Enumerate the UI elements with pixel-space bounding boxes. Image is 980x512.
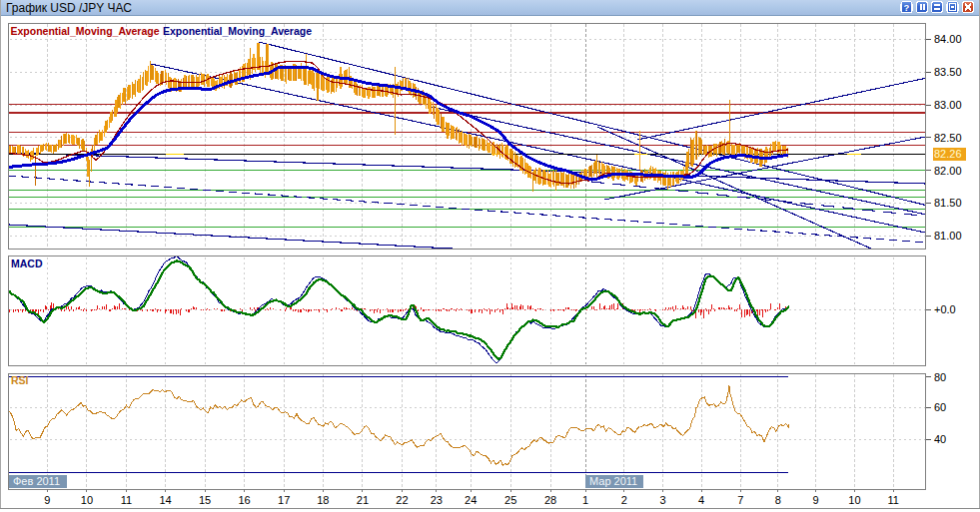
svg-text:Мар 2011: Мар 2011 [589,475,637,487]
svg-text:7: 7 [737,494,743,506]
svg-text:Фев 2011: Фев 2011 [13,475,60,487]
svg-text:График USD /JPY ЧАС: График USD /JPY ЧАС [6,1,132,15]
svg-text:82.00: 82.00 [934,165,962,177]
svg-text:24: 24 [465,494,477,506]
svg-text:?: ? [904,2,910,13]
svg-text:17: 17 [278,494,290,506]
svg-text:83.50: 83.50 [934,66,962,78]
svg-text:9: 9 [813,494,819,506]
svg-text:3: 3 [659,494,665,506]
svg-text:60: 60 [934,401,946,413]
svg-text:2: 2 [621,494,627,506]
svg-text:14: 14 [159,494,171,506]
svg-text:Exponential_Moving_Average: Exponential_Moving_Average [163,25,312,37]
svg-text:Exponential_Moving_Average: Exponential_Moving_Average [11,25,160,37]
svg-text:15: 15 [199,494,211,506]
svg-text:4: 4 [698,494,704,506]
svg-text:81.00: 81.00 [934,230,962,242]
svg-text:+0.0: +0.0 [934,303,956,315]
svg-text:82.26: 82.26 [934,148,962,160]
svg-text:10: 10 [848,494,860,506]
svg-text:MACD: MACD [11,257,43,269]
svg-text:9: 9 [44,494,50,506]
svg-text:RSI: RSI [11,374,29,386]
svg-text:8: 8 [775,494,781,506]
svg-text:82.50: 82.50 [934,132,962,144]
svg-text:23: 23 [431,494,443,506]
svg-text:11: 11 [887,494,898,506]
svg-text:18: 18 [317,494,329,506]
svg-text:16: 16 [238,494,250,506]
svg-text:22: 22 [396,494,408,506]
svg-text:83.00: 83.00 [934,99,962,111]
svg-text:80: 80 [934,371,946,383]
svg-text:11: 11 [121,494,132,506]
svg-text:21: 21 [357,494,369,506]
svg-text:28: 28 [544,494,556,506]
svg-text:25: 25 [504,494,516,506]
svg-text:10: 10 [81,494,93,506]
svg-text:81.50: 81.50 [934,197,962,209]
svg-text:40: 40 [934,433,946,445]
svg-text:84.00: 84.00 [934,33,962,45]
svg-text:1: 1 [582,494,588,506]
